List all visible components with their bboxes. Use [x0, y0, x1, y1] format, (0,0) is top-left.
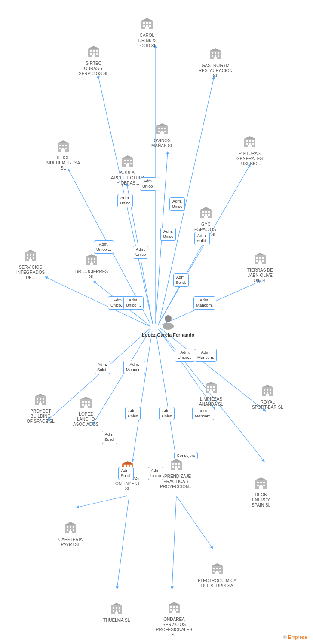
- node-electroquimica[interactable]: ELECTROQUIMICADEL SERPIS SA: [198, 562, 236, 589]
- svg-rect-119: [259, 260, 261, 262]
- node-deon[interactable]: DEONENERGYSPAIN SL: [252, 476, 270, 508]
- svg-rect-188: [70, 526, 71, 528]
- node-sirtec[interactable]: SIRTECOBRAS YSERVICIOS SL: [79, 44, 108, 76]
- svg-rect-35: [93, 50, 95, 52]
- svg-rect-214: [170, 606, 172, 608]
- svg-rect-27: [149, 22, 151, 24]
- svg-rect-205: [113, 607, 114, 609]
- badge-adm-mancom-1[interactable]: Adm.Mancom.: [193, 296, 215, 310]
- svg-rect-82: [246, 143, 248, 145]
- badge-adm-unico-com-4[interactable]: Adm.Unico,...: [175, 349, 195, 362]
- svg-rect-112: [90, 263, 93, 265]
- building-icon-aurea: [120, 154, 135, 169]
- node-aprendizaje[interactable]: APRENDIZAJEPRACTICA YPROYECCION...: [160, 457, 193, 489]
- svg-rect-94: [204, 216, 208, 218]
- svg-rect-187: [67, 526, 68, 528]
- badge-adm-solid-3[interactable]: Adm.Solid.: [95, 361, 110, 374]
- badge-adm-mancom-2[interactable]: Adm.Mancom.: [195, 349, 217, 362]
- svg-rect-30: [149, 25, 151, 27]
- node-royal[interactable]: ROYALSPORT-BAR SL: [252, 383, 283, 410]
- node-lopez-lancho[interactable]: LOPEZLANCHOASOCIADOS: [73, 395, 98, 427]
- svg-rect-61: [124, 160, 126, 161]
- building-icon-royal: [260, 383, 275, 398]
- svg-marker-50: [210, 48, 221, 51]
- svg-rect-57: [65, 148, 67, 149]
- svg-rect-144: [213, 386, 215, 388]
- svg-rect-169: [172, 463, 174, 465]
- svg-marker-131: [35, 394, 46, 396]
- badge-adm-unico-7[interactable]: Adm.Unico: [159, 407, 175, 420]
- building-icon-deon: [253, 476, 269, 491]
- node-cafeteria[interactable]: CAFETERIAPAYMI SL: [58, 520, 83, 547]
- svg-rect-83: [249, 143, 251, 145]
- svg-rect-207: [119, 607, 120, 609]
- badge-adm-unico-8[interactable]: Adm.Unico: [148, 467, 163, 480]
- badge-adm-unico-3[interactable]: Adm.Unico: [169, 197, 185, 211]
- badge-adm-solid-5[interactable]: Adm.Solid.: [118, 467, 134, 480]
- svg-rect-44: [215, 52, 216, 54]
- badge-adm-unico-com-3[interactable]: Adm.Unico,...: [123, 296, 144, 310]
- svg-line-20: [117, 497, 129, 589]
- svg-rect-148: [209, 391, 213, 393]
- svg-rect-193: [69, 531, 72, 533]
- svg-rect-88: [202, 211, 204, 213]
- svg-line-21: [172, 497, 176, 589]
- node-tierras[interactable]: TIERRAS DEJAEN OLIVEOIL SL: [247, 251, 273, 283]
- svg-rect-184: [259, 486, 263, 489]
- svg-rect-43: [212, 52, 213, 54]
- svg-point-23: [163, 323, 174, 330]
- svg-marker-140: [80, 397, 92, 399]
- node-pinturas[interactable]: PINTURASGENERALESEUSEBIO...: [236, 134, 263, 167]
- badge-adm-unico-6[interactable]: Adm.Unico: [125, 407, 141, 420]
- svg-rect-180: [263, 482, 265, 483]
- svg-rect-81: [252, 140, 254, 142]
- center-person[interactable]: Lopez Garcia Fernando: [142, 313, 194, 338]
- label-sirtec: SIRTECOBRAS YSERVICIOS SL: [79, 61, 108, 76]
- svg-rect-201: [219, 571, 221, 572]
- svg-rect-36: [96, 50, 98, 52]
- svg-rect-124: [37, 398, 38, 400]
- node-gastrogym[interactable]: GASTROGYMRESTAURACIONSL: [199, 46, 233, 79]
- badge-adm-solid-1[interactable]: Adm.Solid.: [194, 232, 210, 245]
- svg-rect-138: [88, 404, 90, 406]
- svg-rect-90: [208, 211, 210, 213]
- building-icon-gyc: [198, 205, 214, 221]
- svg-marker-221: [169, 602, 180, 605]
- svg-marker-41: [88, 46, 99, 49]
- svg-rect-118: [256, 260, 258, 262]
- badge-adm-mancom-3[interactable]: Adm.Mancom.: [123, 361, 145, 374]
- label-ovinos: OVINOSMAÑAS SL: [151, 138, 173, 149]
- badge-adm-unico-5[interactable]: Adm.Unico: [133, 246, 148, 259]
- badge-adm-unico-4[interactable]: Adm.Unico: [160, 228, 176, 241]
- svg-marker-95: [200, 207, 212, 210]
- node-servicios-int[interactable]: SERVICIOSINTEGRADOSDE...: [16, 248, 45, 280]
- label-lopez-lancho: LOPEZLANCHOASOCIADOS: [73, 412, 98, 427]
- svg-rect-116: [259, 257, 261, 259]
- node-proyect[interactable]: PROYECTBUILDINGOF SPACE SL: [27, 392, 55, 424]
- badge-adm-mancom-4[interactable]: Adm.Mancom.: [192, 407, 214, 420]
- svg-rect-179: [260, 482, 262, 483]
- node-thuelma[interactable]: THUELMA SL: [103, 601, 130, 623]
- svg-rect-106: [88, 258, 89, 260]
- badge-consejero[interactable]: Consejero: [174, 452, 198, 459]
- svg-rect-126: [43, 398, 44, 400]
- node-limpiezas-ananda[interactable]: LIMPIEZASANANDA SL: [199, 380, 223, 407]
- node-bricocierres[interactable]: BRICOCIERRESSL: [75, 252, 108, 279]
- badge-adm-unico-2[interactable]: Adm.Unico: [117, 194, 133, 207]
- svg-rect-31: [145, 27, 149, 29]
- svg-rect-142: [207, 386, 209, 388]
- building-icon-electroquimica: [209, 562, 225, 577]
- badge-adm-solid-4[interactable]: Adm.Solid.: [102, 431, 117, 444]
- node-ovinos[interactable]: OVINOSMAÑAS SL: [151, 122, 173, 149]
- node-illice[interactable]: ILLICEMULTIEMPRESASL: [46, 139, 80, 171]
- badge-adm-unico-1[interactable]: Adm.Unico.: [140, 177, 156, 191]
- badge-adm-solid-2[interactable]: Adm.Solid.: [173, 273, 189, 287]
- badge-adm-unico-com-1[interactable]: Adm.Unico,...: [94, 240, 114, 254]
- node-carol[interactable]: CAROLDRINK &FOOD SL: [138, 16, 156, 49]
- node-ondarea[interactable]: ONDAREASERVICIOSPROFESIONALES SL: [155, 600, 193, 638]
- svg-rect-208: [113, 610, 114, 612]
- svg-rect-55: [59, 148, 61, 149]
- svg-rect-63: [130, 160, 132, 161]
- building-icon-pinturas: [242, 134, 258, 150]
- svg-rect-52: [59, 145, 61, 146]
